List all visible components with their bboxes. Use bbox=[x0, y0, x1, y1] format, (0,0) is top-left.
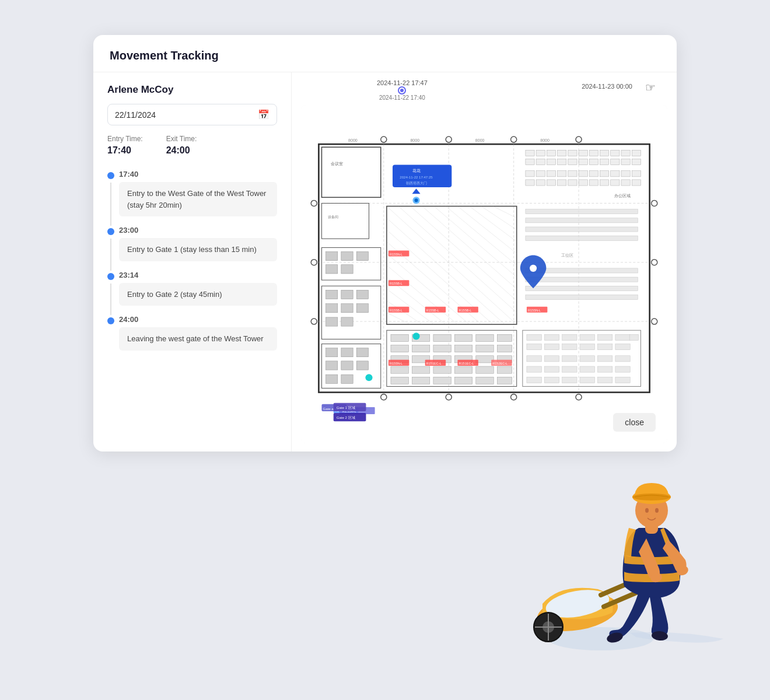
date-input[interactable] bbox=[115, 110, 258, 120]
svg-point-252 bbox=[632, 490, 671, 504]
svg-rect-71 bbox=[611, 180, 620, 186]
timeline-desc-2: Entry to Gate 1 (stay less than 15 min) bbox=[119, 238, 277, 261]
timeline-desc-3: Entry to Gate 2 (stay 45min) bbox=[119, 283, 277, 306]
svg-line-107 bbox=[387, 313, 411, 324]
svg-rect-122 bbox=[341, 317, 353, 326]
svg-rect-125 bbox=[341, 348, 353, 357]
right-panel: 2024-11-22 17:47 2024-11-22 17:40 2024-1… bbox=[292, 72, 677, 452]
time-row: Entry Time: 17:40 Exit Time: 24:00 bbox=[107, 135, 277, 156]
timeline-desc-1: Entry to the West Gate of the West Tower… bbox=[119, 182, 277, 216]
svg-point-235 bbox=[548, 627, 653, 650]
svg-rect-39 bbox=[621, 150, 630, 156]
close-button[interactable]: close bbox=[613, 413, 656, 432]
svg-rect-62 bbox=[632, 171, 640, 177]
svg-rect-80 bbox=[526, 277, 638, 282]
svg-rect-170 bbox=[629, 334, 638, 340]
svg-rect-31 bbox=[536, 150, 545, 156]
svg-text:R155N-L: R155N-L bbox=[390, 362, 402, 365]
svg-point-229 bbox=[414, 198, 418, 202]
svg-rect-152 bbox=[412, 366, 429, 373]
svg-rect-68 bbox=[579, 180, 587, 186]
svg-text:R155B-L: R155B-L bbox=[426, 309, 439, 312]
svg-point-15 bbox=[652, 200, 657, 206]
svg-rect-121 bbox=[326, 317, 338, 326]
map-timestamp-left-sub: 2024-11-22 17:40 bbox=[377, 94, 428, 101]
svg-rect-76 bbox=[526, 218, 638, 223]
svg-rect-109 bbox=[326, 252, 338, 261]
svg-rect-172 bbox=[544, 344, 559, 350]
svg-point-17 bbox=[652, 318, 657, 324]
svg-rect-67 bbox=[568, 180, 577, 186]
person-name: Arlene McCoy bbox=[107, 84, 277, 96]
svg-text:Gate 2 区域: Gate 2 区域 bbox=[337, 416, 355, 419]
svg-point-19 bbox=[446, 136, 452, 142]
svg-rect-38 bbox=[611, 150, 620, 156]
svg-rect-63 bbox=[526, 180, 534, 186]
svg-rect-36 bbox=[589, 150, 598, 156]
svg-rect-167 bbox=[580, 334, 594, 340]
svg-text:R152EC-L: R152EC-L bbox=[492, 362, 508, 365]
exit-time-block: Exit Time: 24:00 bbox=[166, 135, 197, 156]
timeline-time-4: 24:00 bbox=[119, 315, 277, 324]
svg-rect-139 bbox=[391, 345, 408, 352]
svg-rect-177 bbox=[527, 356, 541, 362]
svg-point-236 bbox=[534, 588, 621, 636]
svg-marker-227 bbox=[412, 188, 420, 194]
svg-rect-188 bbox=[615, 366, 630, 372]
svg-rect-41 bbox=[526, 159, 534, 164]
worker-illustration bbox=[502, 432, 723, 653]
svg-rect-58 bbox=[589, 171, 598, 177]
svg-rect-182 bbox=[615, 356, 630, 362]
svg-rect-117 bbox=[356, 290, 368, 299]
svg-line-92 bbox=[422, 206, 517, 289]
map-timestamp-left: 2024-11-22 17:47 bbox=[377, 79, 428, 86]
svg-rect-130 bbox=[326, 374, 338, 383]
svg-point-249 bbox=[635, 493, 668, 528]
svg-rect-168 bbox=[597, 334, 612, 340]
svg-text:Gate 1 区域: Gate 1 区域 bbox=[337, 406, 355, 410]
exit-time-label: Exit Time: bbox=[166, 135, 197, 143]
svg-rect-30 bbox=[526, 150, 534, 156]
svg-text:办公区域: 办公区域 bbox=[614, 194, 631, 198]
svg-rect-34 bbox=[568, 150, 577, 156]
svg-line-102 bbox=[387, 254, 470, 325]
entry-time-label: Entry Time: bbox=[107, 135, 143, 143]
map-timestamp-right: 2024-11-23 00:00 bbox=[582, 83, 632, 90]
svg-rect-64 bbox=[536, 180, 545, 186]
svg-rect-183 bbox=[527, 366, 541, 372]
svg-text:设备间: 设备间 bbox=[328, 215, 338, 219]
svg-rect-75 bbox=[526, 209, 638, 214]
svg-rect-37 bbox=[600, 150, 609, 156]
calendar-icon[interactable]: 📅 bbox=[258, 109, 270, 120]
svg-rect-136 bbox=[454, 334, 472, 341]
svg-point-20 bbox=[511, 136, 517, 142]
svg-point-238 bbox=[534, 612, 563, 642]
svg-rect-143 bbox=[476, 345, 494, 352]
svg-point-14 bbox=[311, 318, 317, 324]
svg-rect-165 bbox=[544, 334, 559, 340]
svg-rect-53 bbox=[536, 171, 545, 177]
timeline-dot-4 bbox=[107, 317, 114, 324]
svg-text:R151EC-L: R151EC-L bbox=[426, 362, 442, 365]
svg-rect-127 bbox=[326, 361, 338, 370]
svg-rect-57 bbox=[579, 171, 587, 177]
svg-point-21 bbox=[576, 136, 582, 142]
svg-rect-194 bbox=[615, 377, 630, 383]
svg-rect-60 bbox=[611, 171, 620, 177]
timeline: 17:40 Entry to the West Gate of the West… bbox=[107, 170, 277, 360]
svg-rect-189 bbox=[527, 377, 541, 383]
svg-rect-33 bbox=[558, 150, 566, 156]
svg-text:2024-11-22 17:47:25: 2024-11-22 17:47:25 bbox=[400, 176, 433, 179]
svg-text:8000: 8000 bbox=[540, 138, 550, 143]
svg-rect-162 bbox=[497, 377, 512, 384]
svg-point-24 bbox=[511, 394, 517, 400]
svg-rect-135 bbox=[433, 334, 451, 341]
timeline-item-2: 23:00 Entry to Gate 1 (stay less than 15… bbox=[107, 226, 277, 261]
svg-rect-86 bbox=[321, 203, 369, 239]
svg-rect-52 bbox=[526, 171, 534, 177]
floor-plan-container[interactable]: 8000 8000 8000 8000 bbox=[301, 105, 667, 443]
date-input-wrapper[interactable]: 📅 bbox=[107, 104, 277, 125]
svg-point-16 bbox=[652, 260, 657, 265]
svg-rect-193 bbox=[597, 377, 612, 383]
entry-time-block: Entry Time: 17:40 bbox=[107, 135, 143, 156]
